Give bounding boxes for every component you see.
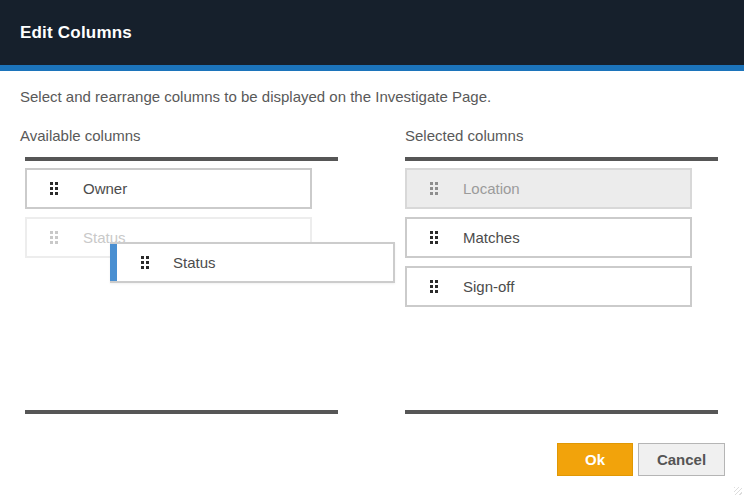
drag-handle-icon[interactable] [429, 230, 439, 245]
resize-grip-icon [734, 487, 742, 495]
column-item-label: Location [463, 180, 520, 197]
column-item-owner[interactable]: Owner [25, 168, 312, 209]
column-item-label: Sign-off [463, 278, 514, 295]
selected-list-bottom-divider [405, 410, 718, 414]
drag-ghost-status[interactable]: Status [110, 242, 395, 283]
drag-handle-icon[interactable] [429, 279, 439, 294]
drop-indicator-bar [110, 244, 117, 281]
drag-handle-icon[interactable] [140, 255, 150, 270]
selected-columns-list: Location Matches Sign-off [405, 168, 718, 315]
drag-ghost-label: Status [173, 254, 216, 271]
drag-handle-icon [429, 181, 439, 196]
available-list-top-divider [25, 157, 338, 161]
available-columns-label: Available columns [20, 127, 141, 144]
selected-columns-label: Selected columns [405, 127, 523, 144]
cancel-button[interactable]: Cancel [638, 443, 725, 476]
column-item-matches[interactable]: Matches [405, 217, 692, 258]
selected-list-top-divider [405, 157, 718, 161]
drag-handle-icon[interactable] [49, 230, 59, 245]
column-item-label: Owner [83, 180, 127, 197]
header-accent-bar [0, 65, 744, 71]
edit-columns-dialog: Edit Columns Select and rearrange column… [0, 0, 744, 498]
column-item-signoff[interactable]: Sign-off [405, 266, 692, 307]
dialog-header: Edit Columns [0, 0, 744, 65]
drag-handle-icon[interactable] [49, 181, 59, 196]
column-item-label: Matches [463, 229, 520, 246]
available-list-bottom-divider [25, 410, 338, 414]
column-item-location: Location [405, 168, 692, 209]
ok-button[interactable]: Ok [557, 443, 633, 476]
dialog-title: Edit Columns [20, 23, 132, 43]
dialog-description: Select and rearrange columns to be displ… [20, 88, 491, 105]
